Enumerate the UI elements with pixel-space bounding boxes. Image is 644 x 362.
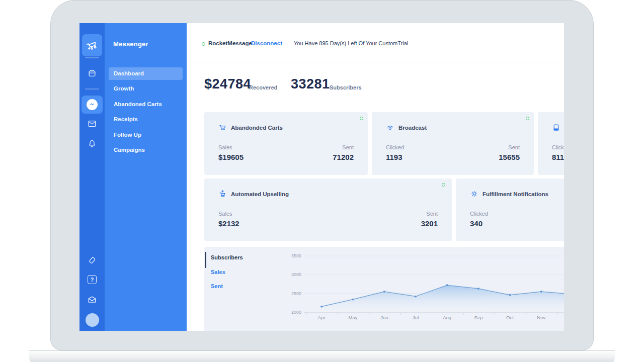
svg-text:Nov: Nov [537, 315, 545, 320]
app-name: RocketMessage [208, 40, 252, 46]
stat-label: Sent [333, 144, 354, 150]
svg-text:Aug: Aug [443, 315, 451, 320]
sidebar-item-campaigns[interactable]: Campaigns [109, 144, 183, 156]
stat-value: 1193 [386, 153, 404, 161]
svg-text:2000: 2000 [291, 310, 301, 315]
sidebar-menu: Messenger Dashboard Growth Abandoned Car… [105, 23, 187, 331]
stat-label: Sales [218, 144, 244, 150]
trial-notice: You Have 895 Day(s) Left Of Your CustomT… [294, 40, 408, 46]
recovered-value: $24784 [204, 76, 251, 92]
bell-icon [87, 139, 97, 149]
inbox-icon [87, 295, 97, 305]
subscribers-label: Subscribers [330, 84, 362, 90]
receipt-icon [552, 123, 560, 132]
tab-sent[interactable]: Sent [211, 283, 223, 289]
app-screen: ? Messenger Dashboard Growth Abandoned C… [79, 23, 564, 331]
stat-label: Clicked [386, 144, 404, 150]
tab-subscribers[interactable]: Subscribers [211, 254, 243, 260]
svg-text:3500: 3500 [291, 253, 301, 258]
sidebar-icon-rail: ? [79, 23, 105, 331]
sidebar-item-dashboard[interactable]: Dashboard [109, 67, 183, 80]
stat-label: Sent [421, 211, 438, 217]
svg-text:Sep: Sep [474, 315, 483, 320]
card-title: Broadcast [398, 125, 427, 131]
wifi-icon [386, 123, 394, 132]
stat-value: 3201 [421, 219, 438, 228]
metric-card-automated-upselling: Automated Upselling Sales $2132 Sent 320… [204, 178, 452, 241]
sidebar-item-growth[interactable]: Growth [109, 82, 183, 95]
status-dot-icon [442, 183, 445, 187]
sidebar-item-receipts[interactable]: Receipts [109, 113, 183, 126]
svg-text:Jun: Jun [380, 315, 388, 320]
disconnect-link[interactable]: Disconnect [251, 40, 282, 46]
card-title: Automated Upselling [231, 191, 289, 197]
tab-sales[interactable]: Sales [211, 269, 225, 275]
sidebar-rail-inbox[interactable] [79, 295, 105, 305]
envelope-icon [87, 119, 97, 129]
topbar: RocketMessage Disconnect You Have 895 Da… [187, 23, 564, 62]
user-avatar[interactable] [86, 313, 99, 327]
messenger-icon [87, 99, 98, 110]
sidebar-title: Messenger [113, 40, 148, 48]
stat-value: 340 [470, 219, 488, 228]
laptop-base [29, 350, 615, 362]
tag-icon [87, 255, 97, 265]
help-icon: ? [88, 275, 97, 284]
svg-text:Jul: Jul [413, 315, 419, 320]
cart-icon [218, 123, 227, 132]
cart-up-icon [218, 190, 227, 198]
stat-label: Clicked [470, 211, 488, 217]
rail-divider [85, 57, 99, 58]
sidebar-rail-tags[interactable] [79, 255, 105, 265]
metric-card-receipts: Receipts Clicked 811 [538, 112, 564, 175]
gear-icon [470, 190, 478, 198]
subscribers-value: 33281 [291, 76, 330, 92]
main-content: RocketMessage Disconnect You Have 895 Da… [187, 23, 564, 331]
metric-card-fulfillment-notifications: Fulfillment Notifications Clicked 340 [456, 178, 564, 241]
sidebar-rail-mail[interactable] [79, 119, 105, 129]
svg-text:Oct: Oct [506, 315, 514, 320]
svg-text:3000: 3000 [291, 272, 301, 277]
recovered-label: Recovered [249, 84, 277, 90]
metric-card-broadcast: Broadcast Clicked 1193 Sent 15655 [372, 112, 534, 175]
sidebar-item-follow-up[interactable]: Follow Up [109, 129, 183, 141]
stat-value: 15655 [499, 153, 520, 161]
svg-text:May: May [348, 315, 357, 320]
rocket-cart-icon [85, 38, 99, 52]
laptop-frame: ? Messenger Dashboard Growth Abandoned C… [50, 0, 594, 350]
stat-value: $19605 [218, 153, 244, 161]
card-title: Fulfillment Notifications [482, 191, 548, 197]
status-dot-icon [526, 117, 529, 120]
rail-divider [85, 88, 99, 89]
stat-value: $2132 [218, 219, 239, 228]
sidebar-rail-help[interactable]: ? [79, 275, 105, 284]
connection-status-icon [202, 42, 205, 46]
rocket-cart-logo[interactable] [82, 34, 102, 56]
stat-label: Sent [499, 144, 520, 150]
subscribers-area-chart: 2000250030003500AprMayJunJulAugSepOctNov [291, 249, 564, 325]
metric-card-abandoned-carts: Abandonded Carts Sales $19605 Sent 71202 [204, 112, 368, 175]
svg-text:2500: 2500 [291, 291, 301, 296]
stat-value: 811 [552, 153, 564, 161]
stat-label: Sales [218, 211, 239, 217]
sidebar-rail-messenger[interactable] [82, 96, 103, 114]
card-title: Abandonded Carts [231, 125, 283, 131]
status-dot-icon [360, 117, 363, 120]
archive-icon [87, 68, 97, 78]
sidebar-rail-notifications[interactable] [79, 139, 105, 149]
subscribers-chart-card: Subscribers Sales Sent 2000250030003500A… [204, 247, 564, 331]
sidebar-rail-archive[interactable] [79, 68, 105, 78]
svg-text:Apr: Apr [318, 315, 326, 320]
stat-label: Clicked [552, 144, 564, 150]
active-tab-indicator [205, 252, 206, 268]
stat-value: 71202 [333, 153, 354, 161]
sidebar-item-abandoned-carts[interactable]: Abandoned Carts [109, 98, 183, 111]
